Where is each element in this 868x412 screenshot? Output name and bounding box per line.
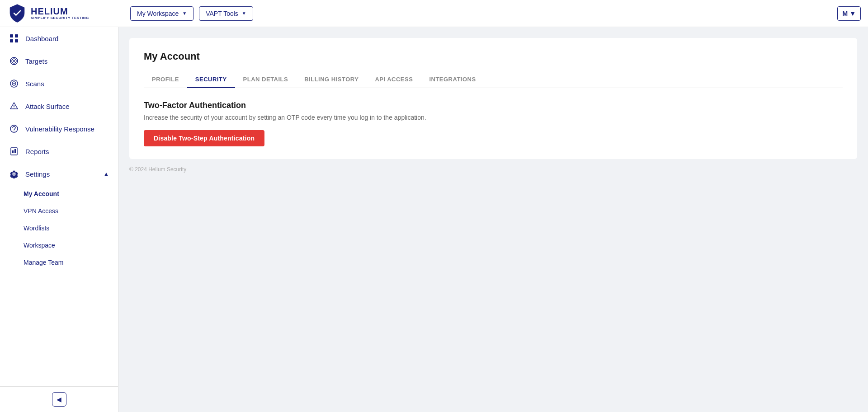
sidebar-item-scans-label: Scans	[25, 80, 44, 88]
footer-text: © 2024 Helium Security	[129, 166, 186, 173]
sidebar: Dashboard Targets	[0, 27, 118, 412]
sidebar-item-vuln-label: Vulnerability Response	[25, 125, 94, 133]
sidebar-item-targets-label: Targets	[25, 57, 47, 65]
targets-icon	[9, 56, 19, 66]
vapt-arrow-icon: ▼	[242, 11, 246, 16]
collapse-icon: ◀	[57, 396, 61, 403]
logo-area: HELIUM SIMPLIFY SECURITY TESTING	[7, 4, 125, 23]
vulnerability-icon	[9, 124, 19, 134]
sidebar-item-reports-label: Reports	[25, 148, 49, 155]
main-content: My Account PROFILE SECURITY PLAN DETAILS…	[118, 27, 868, 412]
sidebar-item-vulnerability-response[interactable]: Vulnerability Response	[0, 117, 118, 140]
topbar: HELIUM SIMPLIFY SECURITY TESTING My Work…	[0, 0, 868, 27]
sidebar-item-attack-surface-label: Attack Surface	[25, 103, 70, 110]
settings-icon	[9, 169, 19, 179]
logo-icon	[7, 4, 27, 23]
user-menu-button[interactable]: M ▼	[837, 6, 861, 21]
tab-security[interactable]: SECURITY	[187, 71, 235, 88]
content-card: My Account PROFILE SECURITY PLAN DETAILS…	[129, 38, 857, 159]
workspace-label: My Workspace	[137, 10, 179, 17]
tabs: PROFILE SECURITY PLAN DETAILS BILLING HI…	[144, 71, 843, 88]
sidebar-item-scans[interactable]: Scans	[0, 72, 118, 95]
svg-rect-0	[10, 34, 13, 37]
tfa-section: Two-Factor Authentication Increase the s…	[144, 101, 843, 146]
svg-rect-19	[11, 148, 17, 155]
topbar-left: HELIUM SIMPLIFY SECURITY TESTING My Work…	[7, 4, 253, 23]
sidebar-item-reports[interactable]: Reports	[0, 140, 118, 163]
sidebar-item-settings[interactable]: Settings ▲	[0, 163, 118, 185]
workspace-dropdown[interactable]: My Workspace ▼	[130, 6, 193, 21]
tab-integrations[interactable]: INTEGRATIONS	[421, 71, 484, 88]
main-layout: Dashboard Targets	[0, 27, 868, 412]
scans-icon	[9, 79, 19, 89]
settings-label: Settings	[25, 170, 50, 178]
svg-rect-21	[14, 149, 16, 153]
vapt-tools-dropdown[interactable]: VAPT Tools ▼	[199, 6, 253, 21]
sidebar-sub-item-workspace[interactable]: Workspace	[24, 237, 118, 254]
svg-rect-2	[10, 39, 13, 42]
attack-surface-icon	[9, 101, 19, 111]
workspace-arrow-icon: ▼	[182, 11, 187, 16]
svg-point-16	[14, 108, 14, 108]
svg-rect-20	[12, 150, 14, 153]
svg-point-18	[14, 131, 14, 132]
tab-api-access[interactable]: API ACCESS	[367, 71, 421, 88]
sidebar-sub-item-vpn-access[interactable]: VPN Access	[24, 202, 118, 220]
brand-title: HELIUM	[31, 6, 89, 16]
reports-icon	[9, 146, 19, 156]
svg-point-13	[14, 83, 15, 84]
tfa-description: Increase the security of your account by…	[144, 114, 843, 121]
user-menu-arrow-icon: ▼	[849, 10, 856, 17]
sidebar-footer: ◀	[0, 386, 118, 412]
sidebar-item-dashboard[interactable]: Dashboard	[0, 27, 118, 50]
sidebar-item-attack-surface[interactable]: Attack Surface	[0, 95, 118, 117]
sidebar-sub-item-wordlists[interactable]: Wordlists	[24, 220, 118, 237]
user-initial: M	[842, 10, 848, 17]
brand-subtitle: SIMPLIFY SECURITY TESTING	[31, 16, 89, 20]
settings-chevron-up-icon: ▲	[104, 171, 109, 177]
sidebar-item-dashboard-label: Dashboard	[25, 35, 58, 42]
sidebar-sub-item-manage-team[interactable]: Manage Team	[24, 254, 118, 271]
tab-billing-history[interactable]: BILLING HISTORY	[296, 71, 367, 88]
tfa-title: Two-Factor Authentication	[144, 101, 843, 110]
sidebar-item-targets[interactable]: Targets	[0, 50, 118, 72]
logo-text: HELIUM SIMPLIFY SECURITY TESTING	[31, 6, 89, 20]
dashboard-icon	[9, 33, 19, 43]
tab-profile[interactable]: PROFILE	[144, 71, 187, 88]
svg-point-6	[13, 60, 15, 62]
tab-plan-details[interactable]: PLAN DETAILS	[235, 71, 297, 88]
sidebar-collapse-button[interactable]: ◀	[52, 392, 66, 407]
settings-sub-menu: My Account VPN Access Wordlists Workspac…	[0, 185, 118, 271]
disable-tfa-button[interactable]: Disable Two-Step Authentication	[144, 130, 264, 146]
svg-rect-1	[15, 34, 18, 37]
main-footer: © 2024 Helium Security	[129, 159, 857, 174]
sidebar-sub-item-my-account[interactable]: My Account	[24, 185, 118, 202]
vapt-label: VAPT Tools	[206, 10, 238, 17]
settings-left: Settings	[9, 169, 50, 179]
page-title: My Account	[144, 51, 843, 62]
svg-rect-3	[15, 39, 18, 42]
